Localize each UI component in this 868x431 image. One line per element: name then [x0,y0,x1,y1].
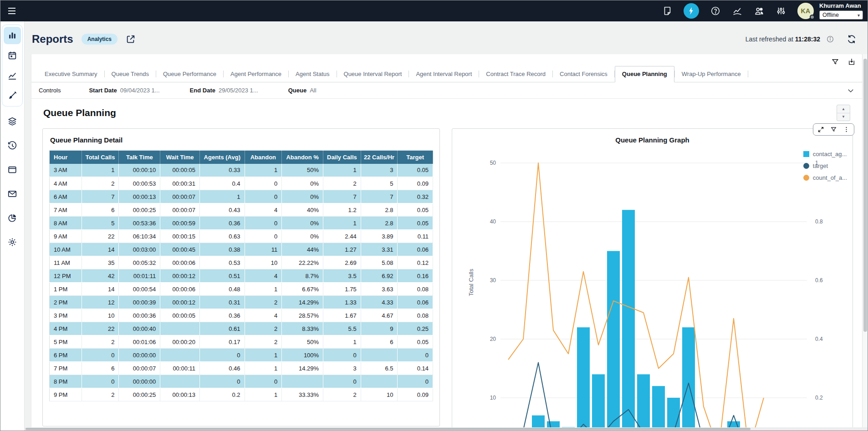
legend-item-contact-ag[interactable]: contact_ag... [803,151,847,157]
filter-icon[interactable] [830,126,837,133]
table-cell: 0.38 [200,243,245,256]
table-cell: 0% [282,217,323,230]
sidebar-item-pie[interactable] [4,209,21,227]
kebab-menu-icon[interactable] [843,126,850,133]
legend-item-target[interactable]: target [803,162,847,169]
table-cell: 0.05 [398,203,433,217]
external-link-icon[interactable] [126,34,136,44]
table-cell: 0.53 [200,256,245,269]
lightning-icon[interactable] [684,3,699,19]
table-cell: 5 [361,177,398,190]
line-series-count-of-a[interactable] [508,163,764,428]
table-cell: 2 [82,177,119,190]
line-series-target[interactable] [508,363,764,428]
line-chart-icon[interactable] [732,5,743,16]
controls-collapse-chevron-icon[interactable] [847,86,855,95]
tab-contract-trace-record[interactable]: Contract Trace Record [479,66,552,82]
tab-queue-interval-report[interactable]: Queue Interval Report [337,66,409,82]
vertical-scrollbar[interactable] [862,54,868,428]
column-header-talk-time[interactable]: Talk Time [119,151,160,164]
table-cell: 6 AM [50,190,82,203]
sidebar-item-trends[interactable] [4,67,21,84]
bar-12-pm[interactable] [622,210,635,428]
note-icon[interactable] [662,5,673,16]
column-header-target[interactable]: Target [398,151,433,164]
table-cell: 00:00:06 [160,256,200,269]
column-header-wait-time[interactable]: Wait Time [160,151,200,164]
tab-wrap-up-performance[interactable]: Wrap-Up Performance [675,66,748,82]
table-cell: 10 [82,309,119,322]
horizontal-scrollbar-thumb[interactable] [26,428,751,430]
bar-3-pm[interactable] [667,398,680,428]
table-cell: 00:00:05 [160,309,200,322]
tab-executive-summary[interactable]: Executive Summary [38,66,104,82]
scroll-up-button[interactable]: ▲ [837,105,850,113]
column-header-abandon[interactable]: Abandon [245,151,282,164]
bar-9-am[interactable] [577,327,590,428]
control-value[interactable]: 09/04/2023 1... [120,87,160,94]
table-cell: 6.92 [361,269,398,283]
bar-1-pm[interactable] [637,374,650,428]
bar-chart-icon [7,30,17,41]
column-header-daily-calls[interactable]: Daily Calls [323,151,361,164]
control-start-date[interactable]: Start Date09/04/2023 1... [89,87,159,94]
bar-11-am[interactable] [607,251,620,429]
column-header-total-calls[interactable]: Total Calls [82,151,119,164]
left-axis-tick: 40 [490,218,496,225]
bar-10-am[interactable] [592,374,605,428]
table-cell: 0 [323,349,361,362]
sidebar-item-history[interactable] [4,137,21,154]
users-icon[interactable] [754,5,765,16]
control-queue[interactable]: QueueAll [288,87,317,94]
last-refreshed-time: 11:28:32 [795,35,820,43]
sidebar-item-layers[interactable] [4,113,21,130]
refresh-icon[interactable] [847,34,857,44]
bar-4-pm[interactable] [682,327,695,428]
sidebar-item-design[interactable] [4,87,21,104]
sidebar-item-settings[interactable] [4,233,21,251]
left-axis-tick: 10 [490,395,496,401]
bar-6-am[interactable] [532,416,545,428]
tab-queue-planning[interactable]: Queue Planning [615,66,674,82]
hamburger-menu-icon[interactable] [6,5,17,16]
info-icon[interactable] [827,35,834,43]
tab-agent-interval-report[interactable]: Agent Interval Report [409,66,479,82]
column-header-22-calls-hr[interactable]: 22 Calls/Hr [361,151,398,164]
export-icon[interactable] [848,58,856,66]
table-row-8-pm: 8 PM000:00:000000 [50,375,433,388]
table-row-4-am: 4 AM200:00:5300:00:310.400%250.09 [50,177,433,190]
control-value[interactable]: 29/05/2023 1... [219,87,258,94]
scroll-down-button[interactable]: ▼ [837,113,850,121]
controls-label: Controls [39,87,61,94]
horizontal-scrollbar[interactable] [25,427,868,431]
table-cell: 1 [200,190,245,203]
legend-item-count-of-a[interactable]: count_of_a... [803,174,847,181]
column-header-hour[interactable]: Hour [50,151,82,164]
tab-contact-forensics[interactable]: Contact Forensics [553,66,614,82]
sliders-icon[interactable] [776,5,786,16]
tab-agent-status[interactable]: Agent Status [289,66,336,82]
tab-queue-performance[interactable]: Queue Performance [156,66,223,82]
help-icon[interactable] [710,5,721,16]
filter-icon[interactable] [831,58,839,66]
sidebar-item-reports[interactable] [4,27,21,44]
table-cell [160,322,200,335]
vertical-scrollbar-thumb[interactable] [863,59,867,332]
table-cell: 0.11 [398,230,433,243]
table-cell: 0.2 [200,388,245,401]
table-cell: 0 [82,375,119,388]
column-header-abandon[interactable]: Abandon % [282,151,323,164]
bar-2-pm[interactable] [652,386,665,428]
sidebar-item-window[interactable] [4,161,21,178]
sidebar-item-calendar[interactable] [4,47,21,64]
tab-agent-performance[interactable]: Agent Performance [224,66,288,82]
status-select[interactable]: Offline ▾ [819,10,863,20]
sidebar-item-mail[interactable] [4,185,21,203]
tab-queue-trends[interactable]: Queue Trends [105,66,156,82]
control-end-date[interactable]: End Date29/05/2023 1... [190,87,258,94]
expand-icon[interactable] [817,126,824,133]
column-header-agents-avg[interactable]: Agents (Avg) [200,151,245,164]
avatar[interactable]: KA [797,3,814,19]
control-value[interactable]: All [310,87,316,94]
table-cell: 1 [245,349,282,362]
